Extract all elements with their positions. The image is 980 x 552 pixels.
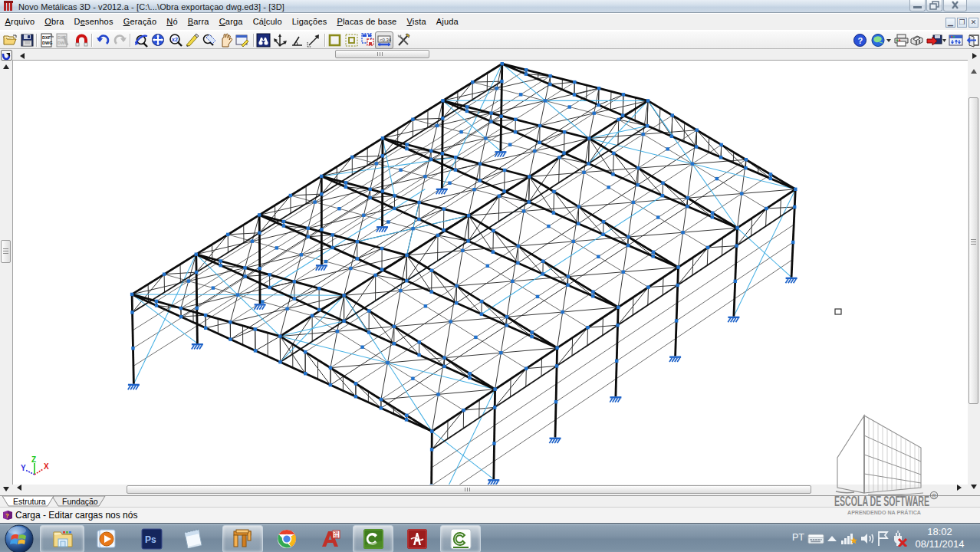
svg-text:x2: x2 [172, 37, 178, 42]
svg-text:Estrutura: Estrutura [13, 497, 46, 506]
svg-text:?: ? [858, 36, 863, 45]
svg-text:?: ? [5, 512, 9, 519]
svg-text:X: X [44, 462, 49, 471]
svg-text:Ps: Ps [145, 534, 156, 545]
svg-text:Fundação: Fundação [62, 497, 98, 506]
svg-text:DWG: DWG [42, 41, 52, 45]
svg-text:<0.34: <0.34 [380, 38, 392, 42]
svg-text:Y: Y [21, 464, 26, 472]
svg-text:Z: Z [31, 455, 36, 464]
svg-text:10: 10 [334, 534, 339, 539]
svg-text:DXF: DXF [42, 35, 51, 40]
